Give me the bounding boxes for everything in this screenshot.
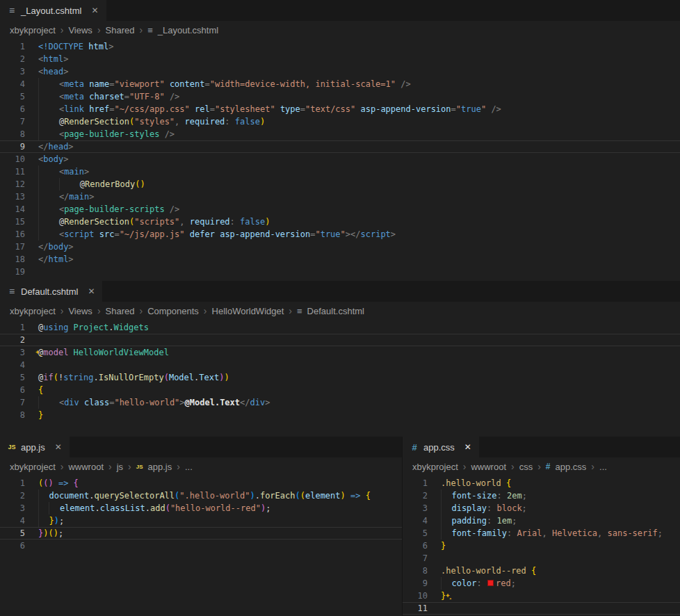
- line-number: 2: [0, 53, 25, 65]
- code-editor[interactable]: 1@using Project.Widgets23@model HelloWor…: [0, 320, 680, 437]
- line-number: 3: [0, 346, 25, 359]
- breadcrumb-item[interactable]: Components: [147, 306, 199, 316]
- close-icon[interactable]: ✕: [91, 6, 98, 15]
- code-line[interactable]: 18</html>: [0, 253, 680, 266]
- indent-guide: [38, 103, 59, 115]
- code-line[interactable]: 2<html>: [0, 53, 680, 65]
- code-line[interactable]: 15@RenderSection("scripts", required: fa…: [0, 216, 680, 228]
- tab-label: app.js: [21, 442, 45, 453]
- code-line[interactable]: 6{: [0, 384, 680, 396]
- breadcrumb-file[interactable]: app.js: [148, 462, 172, 472]
- code-editor[interactable]: 1<!DOCTYPE html>2<html>3<head>4<meta nam…: [0, 39, 680, 281]
- code-line[interactable]: 3@model HelloWorldViewModel: [0, 346, 680, 359]
- code-line[interactable]: 8.hello-world--red {: [403, 565, 680, 577]
- code-line[interactable]: 4});: [0, 514, 402, 527]
- code-line[interactable]: 5@if(!string.IsNullOrEmpty(Model.Text)): [0, 371, 680, 384]
- breadcrumb-more[interactable]: ...: [185, 462, 193, 472]
- indent-guide: [38, 165, 59, 178]
- editor-group-app-js: JS app.js ✕ xbykproject›wwwroot›js›JSapp…: [0, 437, 402, 616]
- breadcrumb-item[interactable]: wwwroot: [471, 462, 506, 472]
- code-line[interactable]: 7@RenderSection("styles", required: fals…: [0, 115, 680, 128]
- line-number: 14: [0, 203, 25, 216]
- breadcrumb-more[interactable]: ...: [599, 462, 607, 472]
- code-line[interactable]: 11: [403, 602, 680, 615]
- breadcrumb-item[interactable]: Shared: [106, 25, 135, 35]
- chevron-right-icon: ›: [289, 305, 292, 316]
- code-line[interactable]: 3display: block;: [403, 502, 680, 514]
- code-line[interactable]: 4<meta name="viewport" content="width=de…: [0, 78, 680, 90]
- code-line[interactable]: 1(() => {: [0, 477, 402, 489]
- breadcrumb-item[interactable]: xbykproject: [10, 462, 56, 472]
- breadcrumb-item[interactable]: Shared: [106, 306, 135, 316]
- code-line[interactable]: 1@using Project.Widgets: [0, 321, 680, 334]
- code-line[interactable]: 2font-size: 2em;: [403, 489, 680, 502]
- code-line[interactable]: 8<page-builder-styles />: [0, 128, 680, 140]
- code-line[interactable]: 17</body>: [0, 241, 680, 253]
- tab-default-cshtml[interactable]: ≡ Default.cshtml ✕: [0, 281, 102, 302]
- breadcrumb-item[interactable]: wwwroot: [68, 462, 104, 472]
- indent-guide: [441, 577, 451, 590]
- code-line[interactable]: 7: [403, 552, 680, 565]
- code-line[interactable]: 5<meta charset="UTF-8" />: [0, 90, 680, 103]
- code-line[interactable]: 9</head>: [0, 140, 680, 153]
- code-line[interactable]: 6<link href="~/css/app.css" rel="stylesh…: [0, 103, 680, 115]
- tab-app-css[interactable]: # app.css ✕: [403, 437, 479, 457]
- code-line[interactable]: 7<div class="hello-world">@Model.Text</d…: [0, 396, 680, 409]
- chevron-right-icon: ›: [177, 461, 180, 472]
- code-line[interactable]: 8}: [0, 409, 680, 421]
- close-icon[interactable]: ✕: [55, 442, 62, 452]
- code-line[interactable]: 14<page-builder-scripts />: [0, 203, 680, 216]
- code-line[interactable]: 2: [0, 334, 680, 346]
- breadcrumb-file-icon: JS: [136, 464, 143, 470]
- breadcrumb-file[interactable]: app.css: [556, 462, 587, 472]
- breadcrumb-item[interactable]: HelloWorldWidget: [212, 306, 284, 316]
- code-line[interactable]: 2document.querySelectorAll(".hello-world…: [0, 489, 402, 502]
- code-line[interactable]: 10}: [403, 590, 680, 602]
- line-number: 2: [0, 334, 25, 346]
- copilot-sparkle-icon[interactable]: ✦✦: [35, 346, 43, 359]
- indent-guide: [38, 216, 59, 228]
- tab-app-js[interactable]: JS app.js ✕: [0, 437, 70, 457]
- breadcrumb-item[interactable]: Views: [68, 25, 92, 35]
- close-icon[interactable]: ✕: [88, 286, 95, 296]
- breadcrumb-item[interactable]: xbykproject: [10, 306, 56, 316]
- line-number: 3: [403, 502, 428, 514]
- code-line[interactable]: 3element.classList.add("hello-world--red…: [0, 502, 402, 514]
- code-editor[interactable]: 1.hello-world {2font-size: 2em;3display:…: [403, 476, 680, 616]
- code-line[interactable]: 10<body>: [0, 153, 680, 165]
- code-line[interactable]: 5font-family: Arial, Helvetica, sans-ser…: [403, 527, 680, 540]
- copilot-sparkle-icon[interactable]: ✦✦: [445, 589, 453, 603]
- indent-guide: [38, 115, 59, 128]
- code-line[interactable]: 1.hello-world {: [403, 477, 680, 489]
- code-line[interactable]: 6}: [403, 540, 680, 552]
- chevron-right-icon: ›: [128, 461, 131, 472]
- code-line[interactable]: 11<main>: [0, 165, 680, 178]
- code-editor[interactable]: 1(() => {2document.querySelectorAll(".he…: [0, 476, 402, 616]
- code-line[interactable]: 19: [0, 266, 680, 278]
- close-icon[interactable]: ✕: [464, 442, 471, 452]
- editor-group-layout-cshtml: ≡ _Layout.cshtml ✕ xbykproject›Views›Sha…: [0, 0, 680, 281]
- code-line[interactable]: 1<!DOCTYPE html>: [0, 40, 680, 53]
- breadcrumb-item[interactable]: xbykproject: [412, 462, 458, 472]
- code-line[interactable]: 12@RenderBody(): [0, 178, 680, 191]
- breadcrumb-file[interactable]: Default.cshtml: [307, 306, 364, 316]
- tab-layout-cshtml[interactable]: ≡ _Layout.cshtml ✕: [0, 0, 106, 21]
- code-line[interactable]: 6: [0, 540, 402, 552]
- breadcrumb-item[interactable]: js: [117, 462, 123, 472]
- breadcrumb-item[interactable]: css: [519, 462, 533, 472]
- breadcrumb-item[interactable]: Views: [68, 306, 92, 316]
- line-number: 11: [0, 165, 25, 178]
- code-line[interactable]: 4: [0, 359, 680, 371]
- code-line[interactable]: 4padding: 1em;: [403, 514, 680, 527]
- code-line[interactable]: 16<script src="~/js/app.js" defer asp-ap…: [0, 228, 680, 241]
- code-line[interactable]: 3<head>: [0, 65, 680, 78]
- code-line[interactable]: 13</main>: [0, 191, 680, 203]
- breadcrumb-item[interactable]: xbykproject: [10, 25, 56, 35]
- breadcrumb-file[interactable]: _Layout.cshtml: [158, 25, 218, 35]
- editor-group-app-css: # app.css ✕ xbykproject›wwwroot›css›#app…: [402, 437, 680, 616]
- line-number: 4: [403, 514, 428, 527]
- tab-label: app.css: [423, 442, 455, 453]
- code-line[interactable]: 5})();: [0, 527, 402, 540]
- indent-guide: [38, 128, 59, 140]
- code-line[interactable]: 9color: red;: [403, 577, 680, 590]
